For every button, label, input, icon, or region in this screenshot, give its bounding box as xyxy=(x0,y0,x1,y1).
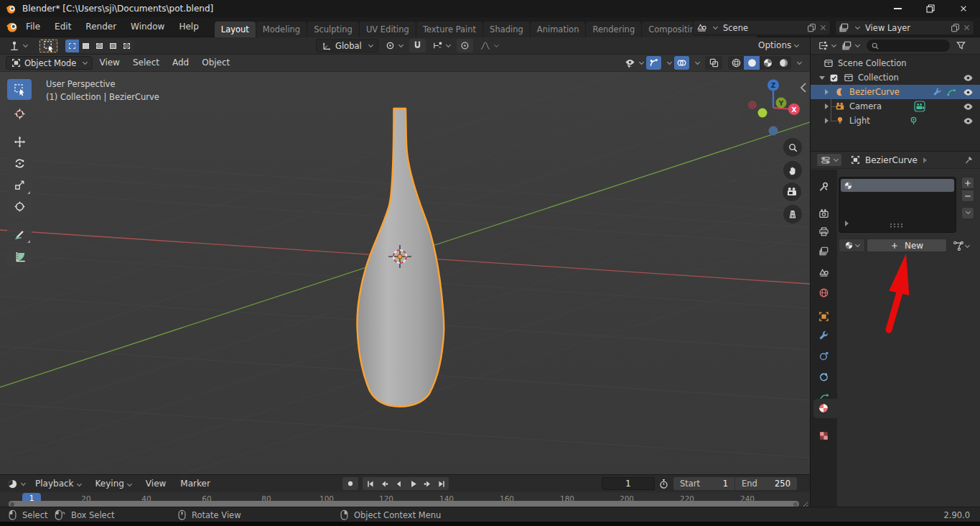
tab-modeling[interactable]: Modeling xyxy=(256,22,307,37)
view-layer-name[interactable]: View Layer xyxy=(862,23,948,33)
list-grip-icon[interactable] xyxy=(890,223,904,228)
tab-output[interactable] xyxy=(814,223,833,240)
material-slot[interactable] xyxy=(841,179,954,192)
snap-target-dropdown[interactable] xyxy=(429,39,453,52)
scene-icon[interactable] xyxy=(696,22,707,33)
tool-settings-editor-button[interactable] xyxy=(6,39,30,53)
hide-eye-icon[interactable] xyxy=(963,73,974,83)
hide-eye-icon[interactable] xyxy=(963,101,974,112)
jump-to-end-button[interactable] xyxy=(434,477,449,490)
zoom-view-button[interactable] xyxy=(783,138,802,157)
timeline-menu-keying[interactable]: Keying xyxy=(88,474,139,494)
play-reverse-button[interactable] xyxy=(391,477,406,490)
perspective-toggle-button[interactable] xyxy=(783,205,802,223)
minimize-button[interactable] xyxy=(881,0,914,17)
view-layer-icon[interactable] xyxy=(839,22,849,33)
menu-render[interactable]: Render xyxy=(78,17,123,37)
tool-annotate[interactable] xyxy=(7,223,32,244)
hide-eye-icon[interactable] xyxy=(963,116,974,126)
select-mode-set[interactable] xyxy=(65,40,79,52)
tab-shading[interactable]: Shading xyxy=(483,22,530,37)
tool-select-box[interactable] xyxy=(7,79,32,100)
browse-material-dropdown[interactable] xyxy=(839,239,865,252)
overlays-dropdown[interactable] xyxy=(695,60,700,65)
tab-sculpting[interactable]: Sculpting xyxy=(307,22,359,37)
outliner-row-collection[interactable]: Collection xyxy=(811,70,980,85)
frame-start-field[interactable]: Start1 xyxy=(673,477,735,490)
tab-layout[interactable]: Layout xyxy=(215,22,256,37)
next-keyframe-button[interactable] xyxy=(420,477,434,490)
tool-cursor[interactable] xyxy=(7,103,32,124)
tab-scene[interactable] xyxy=(814,264,833,281)
outliner-search-input[interactable] xyxy=(882,41,946,50)
tool-move[interactable] xyxy=(7,132,32,152)
blender-menu-icon[interactable] xyxy=(6,21,19,33)
select-mode-invert[interactable] xyxy=(106,40,120,52)
select-mode-subtract[interactable] xyxy=(93,40,106,52)
proportional-falloff-dropdown[interactable] xyxy=(477,39,501,52)
checkbox-icon[interactable] xyxy=(829,73,839,83)
tab-physics[interactable] xyxy=(814,347,833,364)
outliner-filter-icon[interactable] xyxy=(956,40,966,51)
tool-measure[interactable] xyxy=(7,246,32,267)
unlink-scene-icon[interactable] xyxy=(819,24,827,32)
gizmo-pos-y-ball[interactable] xyxy=(758,109,767,118)
timeline-editor-type-button[interactable] xyxy=(4,477,28,491)
viewport-canvas[interactable]: User Perspective (1) Collection | Bezier… xyxy=(0,72,810,474)
material-slot-list[interactable] xyxy=(839,177,956,233)
tab-material[interactable] xyxy=(814,400,833,417)
timeline-ruler[interactable]: 20 40 60 80 100 120 140 160 180 200 220 … xyxy=(0,492,810,507)
material-specials-button[interactable] xyxy=(961,207,974,219)
pin-icon[interactable] xyxy=(963,155,974,165)
outliner-row-beziercurve[interactable]: BezierCurve xyxy=(811,85,980,99)
mode-dropdown[interactable]: Object Mode xyxy=(6,56,93,70)
current-frame-field[interactable]: 1 xyxy=(602,477,655,490)
auto-keying-button[interactable] xyxy=(342,477,358,490)
material-filter-dropdown[interactable] xyxy=(953,240,969,252)
tab-rendering[interactable]: Rendering xyxy=(586,22,641,37)
pivot-point-dropdown[interactable] xyxy=(382,39,406,52)
expand-icon[interactable] xyxy=(825,118,829,124)
transform-orientation-dropdown[interactable]: Global xyxy=(316,39,378,52)
show-overlays-toggle[interactable] xyxy=(674,56,689,70)
properties-editor-type-button[interactable] xyxy=(816,153,842,167)
hide-eye-icon[interactable] xyxy=(963,87,974,98)
outliner-row-camera[interactable]: Camera xyxy=(811,99,980,114)
expand-icon[interactable] xyxy=(825,89,829,95)
menu-window[interactable]: Window xyxy=(123,17,172,37)
object-type-visibility-dropdown[interactable] xyxy=(624,57,643,69)
sidebar-collapse-arrow[interactable] xyxy=(800,82,807,93)
remove-material-slot-button[interactable] xyxy=(961,190,974,202)
shading-material-button[interactable] xyxy=(760,56,775,70)
shading-wireframe-button[interactable] xyxy=(728,56,744,70)
menu-file[interactable]: File xyxy=(19,17,47,37)
add-material-slot-button[interactable] xyxy=(961,177,974,189)
play-button[interactable] xyxy=(406,477,420,490)
camera-data-icon[interactable] xyxy=(914,101,925,112)
scene-name[interactable]: Scene xyxy=(720,23,804,33)
light-data-icon[interactable] xyxy=(908,116,919,126)
tab-constraints[interactable] xyxy=(814,368,833,385)
tool-rotate[interactable] xyxy=(7,153,32,174)
remove-view-layer-icon[interactable] xyxy=(963,24,971,32)
modifier-wrench-icon[interactable] xyxy=(933,88,942,97)
select-mode-intersect[interactable] xyxy=(120,40,134,52)
frame-end-field[interactable]: End250 xyxy=(735,477,797,490)
tab-texture-paint[interactable]: Texture Paint xyxy=(416,22,482,37)
expand-icon[interactable] xyxy=(825,103,829,109)
tab-render[interactable] xyxy=(814,205,833,222)
curve-data-icon[interactable] xyxy=(946,87,956,97)
camera-view-button[interactable] xyxy=(783,183,801,201)
options-dropdown[interactable]: Options xyxy=(758,40,798,50)
tab-view-layer[interactable] xyxy=(814,242,833,259)
outliner-row-scene-collection[interactable]: Scene Collection xyxy=(811,56,980,70)
chevron-down-icon[interactable] xyxy=(855,24,860,29)
proportional-editing-button[interactable] xyxy=(457,39,473,52)
tab-modifiers[interactable] xyxy=(814,327,833,344)
menu-edit[interactable]: Edit xyxy=(47,17,78,37)
timeline-menu-view[interactable]: View xyxy=(139,474,173,494)
timeline-menu-playback[interactable]: Playback xyxy=(28,474,88,494)
close-button[interactable] xyxy=(947,0,980,17)
viewport-menu-object[interactable]: Object xyxy=(195,55,236,71)
tool-scale[interactable] xyxy=(7,175,32,195)
